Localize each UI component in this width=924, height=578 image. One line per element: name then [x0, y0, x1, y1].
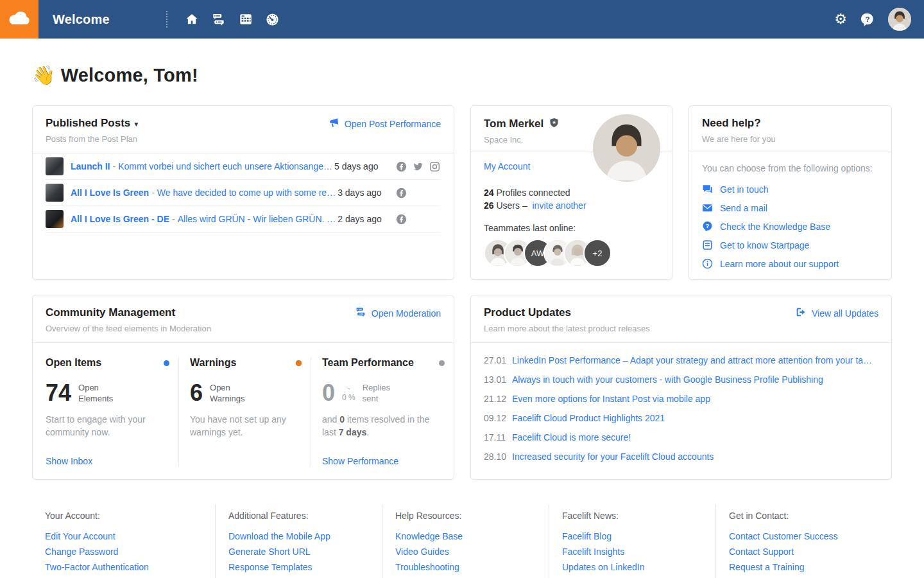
update-link[interactable]: Even more options for Instant Post via m… [512, 394, 710, 404]
info-icon [702, 258, 713, 269]
request-a-training-link[interactable]: Request a Training [729, 563, 886, 572]
home-icon[interactable] [184, 12, 200, 27]
get-in-touch-link[interactable]: Get in touch [702, 184, 878, 195]
knowledge-base-link[interactable]: Knowledge Base [395, 532, 542, 541]
team-performance-status-dot [439, 360, 445, 366]
post-row[interactable]: All I Love Is Green - DE-Alles wird GRÜN… [46, 206, 441, 232]
footer: Your Account: Edit Your Account Change P… [32, 504, 892, 578]
update-link[interactable]: Always in touch with your customers - wi… [512, 374, 823, 385]
learn-more-support-link[interactable]: Learn more about our support [702, 258, 878, 269]
show-performance-link[interactable]: Show Performance [322, 456, 445, 466]
user-avatar[interactable] [888, 8, 911, 31]
question-bubble-icon: ? [702, 221, 713, 232]
help-bubble-icon[interactable]: ? [860, 12, 875, 27]
facelift-blog-link[interactable]: Facelift Blog [562, 532, 709, 541]
response-templates-link[interactable]: Response Templates [228, 563, 375, 572]
post-thumbnail [46, 184, 64, 202]
post-thumbnail [46, 157, 64, 175]
edit-your-account-link[interactable]: Edit Your Account [45, 532, 209, 541]
published-posts-card: Published Posts▾ Posts from the Post Pla… [32, 105, 454, 280]
get-to-know-startpage-link[interactable]: Get to know Startpage [702, 240, 878, 250]
view-all-updates-link[interactable]: View all Updates [795, 306, 878, 320]
footer-heading: Your Account: [45, 511, 209, 521]
mail-icon [702, 202, 713, 213]
my-account-link[interactable]: My Account [484, 161, 530, 171]
posts-icon[interactable] [211, 12, 227, 27]
update-link[interactable]: Increased security for your Facelift Clo… [512, 451, 714, 462]
check-knowledge-base-link[interactable]: ? Check the Knowledge Base [702, 221, 878, 232]
facebook-icon [396, 188, 407, 198]
update-date: 28.10 [484, 451, 512, 462]
dashboard-gauge-icon[interactable] [265, 12, 280, 27]
chevron-down-icon[interactable]: ▾ [134, 119, 138, 128]
twitter-icon [413, 161, 424, 172]
send-a-mail-link[interactable]: Send a mail [702, 202, 878, 213]
updates-on-linkedin-link[interactable]: Updates on LinkedIn [562, 563, 709, 572]
svg-text:?: ? [865, 15, 869, 23]
welcome-heading: 👋 Welcome, Tom! [32, 64, 892, 86]
open-post-performance-link[interactable]: Open Post Performance [328, 117, 441, 130]
post-excerpt[interactable]: We have decided to come up with some re… [157, 188, 336, 198]
footer-additional-features: Additional Features: Download the Mobile… [215, 504, 382, 578]
update-link[interactable]: LinkedIn Post Performance – Adapt your s… [512, 355, 872, 365]
contact-customer-success-link[interactable]: Contact Customer Success [729, 532, 886, 541]
content-planner-icon[interactable] [238, 12, 253, 27]
post-row[interactable]: Launch II-Kommt vorbei und sichert euch … [46, 153, 441, 180]
update-row: 09.12Facelift Cloud Product Highlights 2… [484, 408, 878, 428]
team-performance-description: and 0 items resolved in the last 7 days. [322, 413, 445, 439]
update-link[interactable]: Facelift Cloud is more secure! [512, 432, 631, 442]
open-items-panel: Open Items 74 OpenElements Start to enga… [33, 357, 178, 466]
facelift-insights-link[interactable]: Facelift Insights [562, 547, 709, 556]
update-link[interactable]: Facelift Cloud Product Highlights 2021 [512, 413, 665, 423]
contact-support-link[interactable]: Contact Support [729, 547, 886, 556]
published-posts-title[interactable]: Published Posts [46, 117, 130, 129]
settings-gear-icon[interactable]: ⚙ [834, 12, 847, 26]
download-mobile-app-link[interactable]: Download the Mobile App [228, 532, 375, 541]
warnings-count: 6 [190, 381, 203, 405]
video-guides-link[interactable]: Video Guides [395, 547, 542, 556]
open-items-title: Open Items [46, 357, 101, 369]
open-moderation-link[interactable]: Open Moderation [355, 306, 441, 320]
post-row[interactable]: All I Love Is Green-We have decided to c… [46, 180, 441, 206]
facelift-cloud-logo[interactable] [0, 0, 38, 39]
footer-heading: Facelift News: [562, 511, 709, 521]
footer-heading: Get in Contact: [729, 511, 886, 521]
update-date: 17.11 [484, 432, 512, 442]
invite-another-link[interactable]: invite another [532, 200, 586, 211]
show-inbox-link[interactable]: Show Inbox [46, 456, 169, 466]
facebook-icon [396, 214, 407, 225]
teammates-more-badge[interactable]: +2 [583, 239, 612, 267]
chat-icon [702, 184, 713, 195]
troubleshooting-link[interactable]: Troubleshooting [395, 563, 542, 572]
generate-short-url-link[interactable]: Generate Short URL [228, 547, 375, 556]
warnings-title: Warnings [190, 357, 236, 369]
footer-get-in-contact: Get in Contact: Contact Customer Success… [715, 504, 892, 578]
post-title-link[interactable]: All I Love Is Green - DE [71, 214, 169, 224]
top-navbar: Welcome [0, 0, 924, 39]
need-help-intro: You can choose from the following option… [702, 163, 878, 173]
update-row: 21.12Even more options for Instant Post … [484, 389, 878, 408]
update-date: 21.12 [484, 394, 512, 404]
footer-your-account: Your Account: Edit Your Account Change P… [32, 504, 215, 578]
navbar-divider [166, 11, 167, 28]
product-updates-title: Product Updates [484, 306, 571, 319]
document-icon [702, 240, 713, 250]
need-help-subtitle: We are here for you [702, 134, 878, 144]
two-factor-authentication-link[interactable]: Two-Factor Authentication [45, 563, 209, 572]
teammates-avatar-stack[interactable]: AW +2 [484, 239, 659, 267]
change-password-link[interactable]: Change Password [45, 547, 209, 556]
update-row: 27.01LinkedIn Post Performance – Adapt y… [484, 351, 878, 370]
post-title-link[interactable]: All I Love Is Green [71, 188, 149, 198]
replies-ratio: -0 % [342, 384, 355, 402]
footer-heading: Help Resources: [395, 511, 542, 521]
admin-shield-badge-icon: ★ [549, 117, 560, 131]
warnings-status-dot [296, 360, 302, 366]
post-title-link[interactable]: Launch II [71, 161, 110, 171]
user-profile-card: Tom Merkel ★ Space Inc. My Account 24 Pr… [470, 105, 672, 280]
update-row: 28.10Increased security for your Facelif… [484, 447, 878, 466]
post-excerpt[interactable]: Alles wird GRÜN - Wir lieben GRÜN. … [178, 214, 336, 224]
need-help-title: Need help? [702, 117, 878, 130]
users-stat: 26 Users – invite another [484, 199, 659, 212]
post-time: 2 days ago [338, 214, 382, 224]
post-excerpt[interactable]: Kommt vorbei und sichert euch unsere Akt… [118, 161, 332, 171]
